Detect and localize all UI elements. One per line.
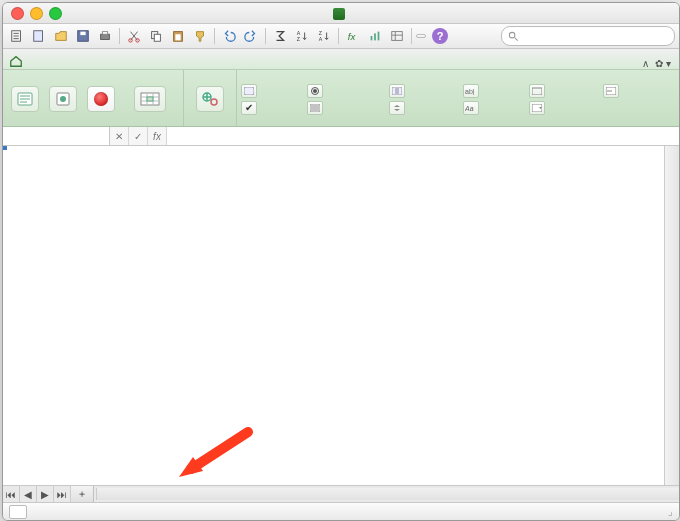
save-button[interactable] — [73, 27, 93, 45]
svg-rect-32 — [395, 88, 399, 94]
zoom-level[interactable] — [416, 34, 426, 38]
excel-app-icon — [333, 8, 345, 20]
svg-rect-11 — [175, 34, 180, 40]
sort-asc-button[interactable]: AZ — [292, 27, 312, 45]
open-button[interactable] — [51, 27, 71, 45]
form-groupbox[interactable] — [529, 84, 601, 98]
titlebar — [3, 3, 679, 24]
sheet-nav-first-button[interactable]: ⏮ — [3, 486, 20, 502]
form-listbox[interactable] — [307, 101, 387, 115]
form-scrollbar[interactable] — [389, 84, 461, 98]
svg-text:fx: fx — [348, 31, 357, 42]
form-radio[interactable] — [307, 84, 387, 98]
format-painter-button[interactable] — [190, 27, 210, 45]
svg-rect-26 — [147, 97, 153, 101]
ribbon-tabs: ∧ ✿ ▾ — [3, 49, 679, 70]
ribbon-collapse-chevron-icon[interactable]: ∧ — [642, 58, 649, 69]
cut-button[interactable] — [124, 27, 144, 45]
form-checkbox[interactable]: ✔ — [241, 101, 305, 115]
formula-input[interactable] — [167, 127, 679, 145]
enter-formula-button[interactable]: ✓ — [129, 127, 148, 145]
record-macro-button[interactable] — [83, 86, 119, 113]
cancel-formula-button[interactable]: ✕ — [110, 127, 129, 145]
addins-button[interactable] — [188, 86, 232, 113]
vertical-scrollbar[interactable] — [664, 146, 679, 485]
insert-function-fx-button[interactable]: fx — [148, 127, 167, 145]
sheet-nav-last-button[interactable]: ⏭ — [54, 486, 71, 502]
svg-point-28 — [211, 99, 217, 105]
sheet-nav-prev-button[interactable]: ◀ — [20, 486, 37, 502]
editor-button[interactable] — [7, 86, 43, 113]
svg-point-21 — [509, 32, 515, 38]
workbook-search-input[interactable] — [519, 30, 668, 43]
svg-text:A: A — [319, 36, 323, 42]
chart-button[interactable] — [365, 27, 385, 45]
svg-rect-35 — [532, 88, 542, 95]
paste-button[interactable] — [168, 27, 188, 45]
macros-button[interactable] — [45, 86, 81, 113]
help-button[interactable]: ? — [432, 28, 448, 44]
spreadsheet-grid[interactable] — [3, 146, 679, 485]
svg-text:Z: Z — [297, 36, 301, 42]
add-sheet-button[interactable]: ＋ — [71, 486, 94, 502]
copy-button[interactable] — [146, 27, 166, 45]
svg-text:ab|: ab| — [465, 88, 475, 95]
quick-access-toolbar: AZ ZA fx ? — [3, 24, 679, 49]
svg-text:Z: Z — [319, 30, 323, 36]
view-mode-icon[interactable] — [9, 505, 27, 519]
svg-rect-3 — [80, 32, 85, 36]
insert-function-button[interactable]: fx — [343, 27, 363, 45]
ribbon: ✔ ab| Aa — [3, 70, 679, 127]
print-button[interactable] — [95, 27, 115, 45]
form-combo-drop[interactable] — [529, 101, 601, 115]
redo-button[interactable] — [241, 27, 261, 45]
svg-rect-18 — [374, 33, 376, 40]
new-workbook-button[interactable] — [7, 27, 27, 45]
search-icon — [508, 31, 519, 42]
form-spin[interactable] — [389, 101, 461, 115]
autosum-button[interactable] — [270, 27, 290, 45]
home-icon[interactable] — [7, 53, 25, 69]
form-combo-list[interactable] — [603, 84, 675, 98]
formula-bar: ✕ ✓ fx — [3, 127, 679, 146]
form-label[interactable]: Aa — [463, 101, 527, 115]
svg-point-24 — [60, 96, 66, 102]
horizontal-scrollbar[interactable] — [96, 488, 679, 500]
ribbon-options-gear-icon[interactable]: ✿ ▾ — [655, 58, 671, 69]
svg-rect-9 — [154, 34, 160, 41]
undo-button[interactable] — [219, 27, 239, 45]
svg-text:Aa: Aa — [465, 105, 474, 112]
svg-rect-19 — [378, 32, 380, 41]
form-button[interactable] — [241, 84, 305, 98]
svg-rect-29 — [244, 87, 254, 95]
resize-grip-icon[interactable]: ⌟ — [668, 506, 673, 517]
status-bar: ⌟ — [3, 502, 679, 520]
window-title — [3, 6, 679, 20]
svg-rect-1 — [34, 31, 43, 42]
relative-reference-button[interactable] — [121, 86, 179, 113]
record-dot-icon — [94, 92, 108, 106]
svg-rect-4 — [101, 34, 110, 39]
form-textbox[interactable]: ab| — [463, 84, 527, 98]
svg-rect-5 — [102, 32, 107, 35]
svg-rect-17 — [371, 36, 373, 40]
sheet-nav-next-button[interactable]: ▶ — [37, 486, 54, 502]
svg-text:A: A — [297, 30, 301, 36]
sheet-tab-bar: ⏮ ◀ ▶ ⏭ ＋ — [3, 485, 679, 502]
sort-desc-button[interactable]: ZA — [314, 27, 334, 45]
radio-icon — [311, 87, 319, 95]
excel-window: AZ ZA fx ? ∧ ✿ ▾ — [2, 2, 680, 521]
check-icon: ✔ — [245, 102, 253, 113]
svg-rect-20 — [392, 32, 403, 41]
name-box[interactable] — [3, 127, 110, 145]
show-formulas-button[interactable] — [387, 27, 407, 45]
workbook-search[interactable] — [501, 26, 675, 46]
new-from-template-button[interactable] — [29, 27, 49, 45]
